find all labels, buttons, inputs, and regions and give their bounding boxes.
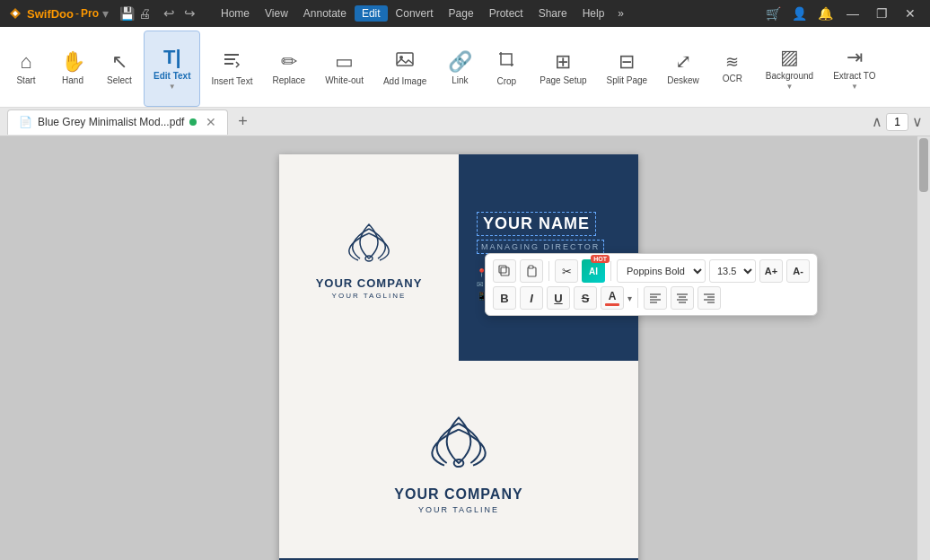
nav-home[interactable]: Home [214,5,257,22]
underline-button[interactable]: U [547,286,570,310]
hand-icon: ✋ [61,50,85,74]
replace-label: Replace [272,75,305,85]
company-name-back: YOUR COMPANY [394,486,522,503]
maximize-button[interactable]: ❐ [869,4,894,22]
undo-button[interactable]: ↩ [160,4,179,23]
ribbon-start[interactable]: ⌂ Start [4,31,48,107]
ribbon-crop[interactable]: Crop [484,31,529,107]
svg-rect-7 [501,267,509,276]
color-dropdown-arrow[interactable]: ▾ [627,293,632,303]
redo-button[interactable]: ↪ [180,4,199,23]
tab-bar: 📄 Blue Grey Minimalist Mod...pdf ✕ + ∧ 1… [0,108,930,136]
color-indicator [605,303,619,306]
deskew-icon: ⤢ [675,50,691,74]
nav-page[interactable]: Page [442,5,481,22]
background-icon: ▨ [780,46,799,69]
extract-to-icon: ⇥ [847,46,863,69]
notification-icon[interactable]: 🔔 [814,4,837,22]
insert-text-icon [222,50,241,74]
minimize-button[interactable]: — [840,4,865,22]
app-logo: SwifDoo-Pro ▾ [7,5,109,22]
text-color-button[interactable]: A [601,286,624,310]
undo-redo: ↩ ↪ [160,4,199,23]
cart-icon[interactable]: 🛒 [762,4,785,22]
ai-button[interactable]: AI HOT [582,259,605,283]
user-icon[interactable]: 👤 [788,4,811,22]
bold-button[interactable]: B [493,286,516,310]
select-icon: ↖ [111,50,127,74]
page-navigator: ∧ 1 ∨ [872,113,923,131]
ribbon-ocr[interactable]: ≋ OCR [710,31,755,107]
font-size-select[interactable]: 13.57 [709,259,756,283]
ribbon-deskew[interactable]: ⤢ Deskew [658,31,708,107]
nav-help[interactable]: Help [575,5,612,22]
ribbon-replace[interactable]: ✏ Replace [263,31,314,107]
page-down-button[interactable]: ∨ [912,113,923,130]
print-icon[interactable]: 🖨 [138,6,151,21]
nav-protect[interactable]: Protect [482,5,531,22]
add-image-icon [395,49,415,74]
nav-menu: Home View Annotate Edit Convert Page Pro… [214,5,629,22]
ribbon-hand[interactable]: ✋ Hand [50,31,95,107]
tab-close-icon[interactable]: ✕ [206,115,216,129]
edit-text-icon: T| [163,46,181,69]
title-bar: SwifDoo-Pro ▾ 💾 🖨 ↩ ↪ Home View Annotate… [0,0,930,27]
cut-button[interactable]: ✂ [555,259,578,283]
align-center-button[interactable] [671,286,694,310]
nav-more[interactable]: » [612,5,629,22]
ocr-icon: ≋ [725,52,739,72]
ribbon-link[interactable]: 🔗 Link [437,31,482,107]
svg-rect-1 [224,58,235,60]
crop-label: Crop [496,76,516,86]
nav-convert[interactable]: Convert [389,5,441,22]
card-left-panel: YOUR COMPANY YOUR TAGLINE [279,154,459,361]
card-back: YOUR COMPANY YOUR TAGLINE [279,361,638,558]
paste-button[interactable] [520,259,543,283]
replace-icon: ✏ [281,50,297,74]
strikethrough-button[interactable]: S [574,286,597,310]
page-number[interactable]: 1 [886,113,908,131]
italic-button[interactable]: I [520,286,543,310]
start-icon: ⌂ [20,50,31,74]
nav-view[interactable]: View [258,5,295,22]
page-up-button[interactable]: ∧ [872,113,882,130]
managing-director-field[interactable]: MANAGING DIRECTOR [477,240,604,254]
ribbon-insert-text[interactable]: Insert Text [202,31,261,107]
nav-edit[interactable]: Edit [355,5,388,22]
close-button[interactable]: ✕ [898,4,923,22]
ribbon-page-setup[interactable]: ⊞ Page Setup [531,31,595,107]
copy-button[interactable] [493,259,516,283]
pdf-page: YOUR COMPANY YOUR TAGLINE YOUR NAME MANA… [279,154,638,560]
toolbar-separator-2 [610,261,611,281]
background-arrow: ▼ [785,83,793,91]
align-right-button[interactable] [698,286,721,310]
increase-font-button[interactable]: A+ [759,259,783,283]
pdf-canvas[interactable]: YOUR COMPANY YOUR TAGLINE YOUR NAME MANA… [0,136,917,560]
ribbon-split-page[interactable]: ⊟ Split Page [598,31,657,107]
save-icon[interactable]: 💾 [119,6,135,21]
deskew-label: Deskew [667,75,699,85]
add-tab-button[interactable]: + [232,111,253,133]
vertical-scrollbar[interactable] [917,136,930,560]
main-area: YOUR COMPANY YOUR TAGLINE YOUR NAME MANA… [0,136,930,560]
align-left-button[interactable] [644,286,667,310]
ribbon-white-out[interactable]: ▭ White-out [316,31,373,107]
white-out-icon: ▭ [335,50,354,74]
document-tab[interactable]: 📄 Blue Grey Minimalist Mod...pdf ✕ [7,109,228,135]
nav-annotate[interactable]: Annotate [296,5,354,22]
scroll-thumb[interactable] [919,138,928,192]
ribbon-edit-text[interactable]: T| Edit Text ▼ [144,31,200,107]
tab-icon: 📄 [19,116,32,128]
your-name-field[interactable]: YOUR NAME [477,212,596,236]
ribbon-background[interactable]: ▨ Background ▼ [757,31,822,107]
ribbon-select[interactable]: ↖ Select [97,31,142,107]
font-family-select[interactable]: Poppins Bold [617,259,706,283]
decrease-font-button[interactable]: A- [786,259,810,283]
nav-share[interactable]: Share [531,5,575,22]
ribbon-extract-to[interactable]: ⇥ Extract TO ▼ [824,31,884,107]
page-setup-label: Page Setup [540,75,586,85]
edit-text-label: Edit Text [154,71,190,81]
split-page-icon: ⊟ [619,50,635,74]
ribbon-add-image[interactable]: Add Image [374,31,435,107]
svg-rect-0 [224,54,239,56]
